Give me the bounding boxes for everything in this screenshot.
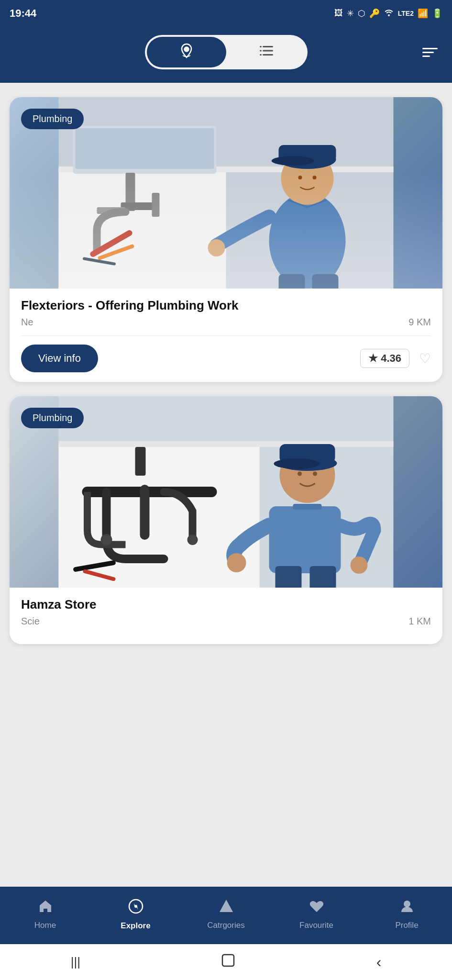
listing-card-2: Plumbing Hamza Store Scie 1 KM [10,396,442,644]
map-view-toggle[interactable] [147,37,226,67]
card-2-image-container: Plumbing [10,396,442,588]
profile-icon [399,899,415,918]
card-2-subtitle: Scie [21,616,40,627]
svg-rect-6 [260,50,262,51]
svg-point-43 [274,458,320,469]
svg-point-35 [101,534,112,546]
svg-point-36 [187,535,198,545]
svg-point-25 [272,156,315,166]
svg-rect-55 [222,955,234,966]
svg-rect-9 [59,169,226,289]
svg-rect-14 [121,202,159,210]
back-button[interactable]: ‹ [376,953,382,971]
svg-point-44 [298,472,302,476]
card-2-title: Hamza Store [21,597,431,612]
card-2-distance: 1 KM [408,616,431,627]
svg-point-20 [269,193,346,289]
svg-point-28 [208,239,225,256]
key-icon: 🔑 [369,8,380,19]
card-1-category-badge: Plumbing [21,109,84,129]
nav-profile-label: Profile [395,921,418,930]
filter-button[interactable] [422,48,438,57]
svg-rect-7 [260,54,262,56]
view-info-button[interactable]: View info [21,345,98,372]
card-1-actions: View info ★ 4.36 ♡ [21,345,431,372]
svg-rect-50 [310,566,336,588]
categories-icon [219,899,234,918]
bottom-navigation: Home Explore Catrgories Favourite [0,887,452,944]
card-1-image-container: Plumbing [10,97,442,289]
svg-point-27 [313,176,317,179]
svg-rect-3 [263,50,273,51]
list-icon [260,44,276,61]
card-1-subtitle: Ne [21,317,33,328]
svg-point-1 [185,47,188,51]
card-1-rating-container: ★ 4.36 ♡ [360,349,431,368]
nav-categories-label: Catrgories [207,921,244,930]
svg-rect-16 [97,207,126,214]
svg-rect-30 [312,274,339,289]
lte-icon: LTE2 [398,10,414,17]
nav-explore[interactable]: Explore [112,898,160,931]
svg-point-26 [298,176,302,179]
svg-rect-15 [152,193,160,217]
card-1-body: Flexteriors - Offering Plumbing Work Ne … [10,289,442,382]
list-view-toggle[interactable] [228,35,308,69]
svg-rect-39 [269,506,341,573]
header [0,26,452,83]
home-icon [38,899,53,918]
nav-favourite-label: Favourite [299,921,333,930]
svg-point-47 [227,553,246,572]
nav-home[interactable]: Home [22,899,69,930]
card-2-category-badge: Plumbing [21,408,84,428]
card-1-distance: 9 KM [408,317,431,328]
filter-line-1 [422,48,438,49]
svg-rect-4 [263,54,273,56]
svg-rect-2 [263,46,273,47]
card-2-meta: Scie 1 KM [21,616,431,627]
record-icon: ⬡ [358,8,365,19]
favourite-icon [309,899,324,918]
nav-explore-label: Explore [121,921,150,931]
explore-icon [128,898,144,918]
nav-favourite[interactable]: Favourite [293,899,341,930]
home-button[interactable] [221,954,235,970]
favourite-button-1[interactable]: ♡ [419,351,431,367]
svg-rect-17 [89,229,133,258]
svg-rect-12 [76,128,214,169]
nav-profile[interactable]: Profile [383,899,431,930]
svg-rect-5 [260,46,262,47]
wifi-icon [384,8,394,19]
system-navigation-bar: ||| ‹ [0,944,452,980]
nav-categories[interactable]: Catrgories [202,899,250,930]
listing-card-1: Plumbing Flexteriors - Offering Plumbing… [10,97,442,382]
svg-point-48 [351,557,368,574]
accessibility-icon: ✳ [347,8,354,19]
status-bar: 19:44 🖼 ✳ ⬡ 🔑 LTE2 📶 🔋 [0,0,452,26]
card-2-body: Hamza Store Scie 1 KM [10,588,442,644]
svg-rect-46 [293,504,322,510]
svg-rect-49 [276,566,302,588]
card-1-title: Flexteriors - Offering Plumbing Work [21,298,431,313]
svg-rect-13 [126,173,135,211]
svg-rect-18 [98,244,135,261]
svg-point-54 [404,901,410,907]
svg-rect-33 [59,441,394,447]
card-1-divider [21,335,431,336]
card-1-meta: Ne 9 KM [21,317,431,328]
content-area: Plumbing Flexteriors - Offering Plumbing… [0,83,452,887]
status-time: 19:44 [10,7,36,20]
svg-rect-29 [279,274,305,289]
photo-icon: 🖼 [334,8,343,18]
view-toggle [145,35,308,69]
filter-line-3 [422,56,430,57]
svg-point-45 [313,472,317,476]
nav-home-label: Home [34,921,56,930]
svg-rect-34 [135,447,146,476]
status-icons: 🖼 ✳ ⬡ 🔑 LTE2 📶 🔋 [334,8,442,19]
card-1-rating: ★ 4.36 [360,349,409,368]
filter-line-2 [422,52,434,53]
signal-icon: 📶 [418,8,428,19]
location-icon [178,42,195,63]
recents-button[interactable]: ||| [71,955,80,969]
